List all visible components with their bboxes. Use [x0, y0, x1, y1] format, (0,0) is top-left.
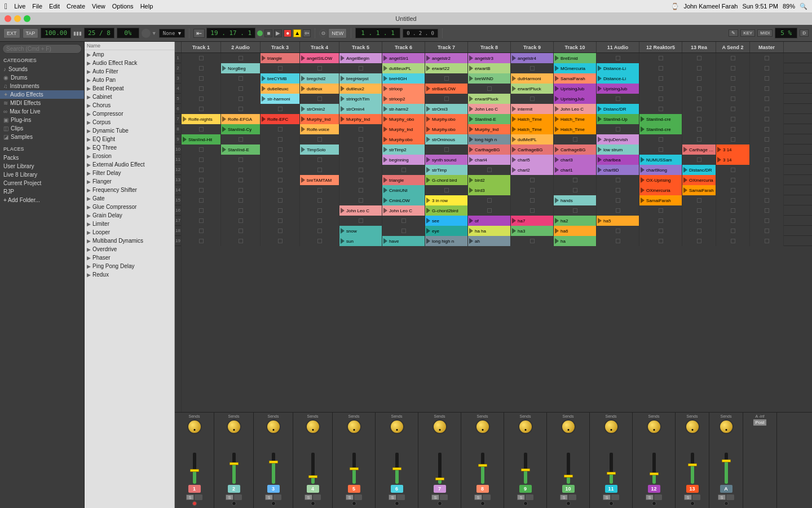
- clip-cell-r6-c10[interactable]: StanIInd-Up: [597, 114, 639, 124]
- sidebar-place-user-library[interactable]: User Library: [0, 162, 84, 170]
- clip-cell-r18-c5[interactable]: have: [382, 236, 425, 246]
- clip-cell-r18-c0[interactable]: [182, 236, 221, 246]
- clip-cell-r15-c11[interactable]: [639, 205, 682, 216]
- clip-cell-r1-c2[interactable]: [261, 63, 300, 73]
- browser-item-eq-three[interactable]: ▶EQ Three: [85, 143, 174, 152]
- track-header-8[interactable]: Track 9: [511, 42, 554, 52]
- clip-cell-r12-c13[interactable]: [716, 175, 750, 185]
- clip-cell-r9-c1[interactable]: StanIInd-E: [221, 144, 261, 155]
- track-badge-11[interactable]: 12: [648, 485, 660, 493]
- clip-cell-r14-c9[interactable]: hands: [554, 195, 597, 205]
- mixer-btn-s-0[interactable]: S: [186, 494, 194, 500]
- fader-handle-13[interactable]: [722, 459, 731, 462]
- clip-cell-r4-c13[interactable]: [716, 94, 750, 104]
- clip-cell-r0-c6[interactable]: angelstr2: [425, 53, 468, 63]
- menu-help[interactable]: Help: [140, 3, 153, 10]
- clip-cell-r5-c13[interactable]: [716, 104, 750, 114]
- clip-cell-r8-c10[interactable]: JinjuDervish: [597, 134, 639, 144]
- sidebar-cat-clips[interactable]: ◫Clips: [0, 124, 84, 133]
- clip-cell-r2-c7[interactable]: breWIND: [468, 73, 511, 84]
- clip-cell-r8-c1[interactable]: [221, 134, 261, 144]
- record-dot-11[interactable]: [652, 501, 656, 506]
- clip-cell-r6-c3[interactable]: Murphy_Ind: [300, 114, 339, 124]
- sends-knob-3[interactable]: [306, 419, 320, 434]
- clip-cell-r11-c10[interactable]: charl9D: [597, 165, 639, 175]
- clip-cell-r1-c4[interactable]: [339, 63, 382, 73]
- fader-handle-12[interactable]: [688, 463, 697, 466]
- record-dot-6[interactable]: [438, 501, 442, 506]
- clip-cell-r6-c11[interactable]: StanIInd-cre: [639, 114, 682, 124]
- fader-handle-8[interactable]: [521, 468, 530, 471]
- track-badge-6[interactable]: 7: [434, 485, 446, 493]
- clip-cell-r12-c10[interactable]: [597, 175, 639, 185]
- menu-create[interactable]: Create: [67, 3, 85, 10]
- loop-indicator[interactable]: ◍: [319, 29, 327, 37]
- clip-cell-r16-c6[interactable]: see: [425, 216, 468, 226]
- clip-cell-r12-c5[interactable]: triangle: [382, 175, 425, 185]
- clip-cell-r16-c8[interactable]: ha7: [511, 216, 554, 226]
- clip-cell-r14-c2[interactable]: [261, 195, 300, 205]
- browser-item-limiter[interactable]: ▶Limiter: [85, 220, 174, 228]
- tap-button[interactable]: TAP: [23, 28, 39, 38]
- clip-cell-r11-c0[interactable]: [182, 165, 221, 175]
- track-badge-5[interactable]: 6: [391, 485, 403, 493]
- clip-cell-r15-c6[interactable]: G-chord2bird: [425, 205, 468, 216]
- clip-cell-r11-c14[interactable]: [750, 165, 784, 175]
- clip-cell-r2-c3[interactable]: bregchd2: [300, 73, 339, 84]
- clip-cell-r2-c1[interactable]: [221, 73, 261, 84]
- clip-cell-r16-c10[interactable]: ha5: [597, 216, 639, 226]
- clip-cell-r9-c3[interactable]: TimpSolo: [300, 144, 339, 155]
- track-badge-2[interactable]: 3: [267, 485, 280, 493]
- clip-cell-r14-c0[interactable]: [182, 195, 221, 205]
- clip-cell-r4-c2[interactable]: str-harmoni: [261, 94, 300, 104]
- track-badge-1[interactable]: 2: [228, 485, 240, 493]
- track-badge-4[interactable]: 5: [348, 485, 360, 493]
- clip-cell-r5-c3[interactable]: strOmin2: [300, 104, 339, 114]
- sends-knob-4[interactable]: [347, 419, 361, 434]
- clip-cell-r3-c9[interactable]: UprisingJub: [554, 84, 597, 94]
- clip-cell-r15-c1[interactable]: [221, 205, 261, 216]
- clip-cell-r7-c1[interactable]: StanIInd-Cy: [221, 124, 261, 134]
- mixer-btn-m-12[interactable]: [692, 494, 700, 500]
- clip-cell-r8-c9[interactable]: [554, 134, 597, 144]
- clip-cell-r9-c9[interactable]: CarthageBG: [554, 144, 597, 155]
- clip-cell-r18-c2[interactable]: [261, 236, 300, 246]
- clip-cell-r11-c12[interactable]: Distanc/DR: [682, 165, 716, 175]
- mixer-btn-m-5[interactable]: [397, 494, 405, 500]
- fader-handle-7[interactable]: [478, 464, 487, 467]
- clip-cell-r2-c4[interactable]: bregHarpst: [339, 73, 382, 84]
- clip-cell-r7-c9[interactable]: Hatch_Time: [554, 124, 597, 134]
- clip-cell-r17-c6[interactable]: eye: [425, 226, 468, 236]
- clip-cell-r12-c0[interactable]: [182, 175, 221, 185]
- ext-button[interactable]: EXT: [3, 28, 20, 38]
- clip-cell-r1-c11[interactable]: [639, 63, 682, 73]
- clip-cell-r15-c0[interactable]: [182, 205, 221, 216]
- clip-cell-r5-c0[interactable]: [182, 104, 221, 114]
- mixer-btn-m-4[interactable]: [354, 494, 362, 500]
- clip-cell-r5-c8[interactable]: intermit: [511, 104, 554, 114]
- browser-item-eq-eight[interactable]: ▶EQ Eight: [85, 135, 174, 143]
- clip-cell-r7-c6[interactable]: Murphy.obo: [425, 124, 468, 134]
- clip-cell-r3-c5[interactable]: strloop: [382, 84, 425, 94]
- clip-cell-r17-c9[interactable]: ha6: [554, 226, 597, 236]
- clip-cell-r15-c10[interactable]: [597, 205, 639, 216]
- clip-cell-r17-c10[interactable]: [597, 226, 639, 236]
- record-dot-8[interactable]: [523, 501, 528, 506]
- clip-cell-r17-c3[interactable]: [300, 226, 339, 236]
- clip-cell-r2-c10[interactable]: Distance-Li: [597, 73, 639, 84]
- track-header-5[interactable]: Track 6: [382, 42, 425, 52]
- position-display[interactable]: 19 . 17 . 1: [206, 28, 255, 38]
- clip-cell-r18-c1[interactable]: [221, 236, 261, 246]
- mixer-btn-m-1[interactable]: [234, 494, 242, 500]
- clip-cell-r14-c14[interactable]: [750, 195, 784, 205]
- mixer-btn-s-3[interactable]: S: [304, 494, 312, 500]
- clip-cell-r0-c3[interactable]: angelStLOW: [300, 53, 339, 63]
- clip-cell-r5-c14[interactable]: [750, 104, 784, 114]
- sends-knob-11[interactable]: [647, 419, 661, 434]
- clip-cell-r4-c14[interactable]: [750, 94, 784, 104]
- clip-cell-r17-c11[interactable]: [639, 226, 682, 236]
- track-header-9[interactable]: Track 10: [554, 42, 597, 52]
- clip-cell-r16-c5[interactable]: [382, 216, 425, 226]
- bpm-display[interactable]: 100.00: [41, 28, 71, 38]
- clip-cell-r10-c3[interactable]: [300, 155, 339, 165]
